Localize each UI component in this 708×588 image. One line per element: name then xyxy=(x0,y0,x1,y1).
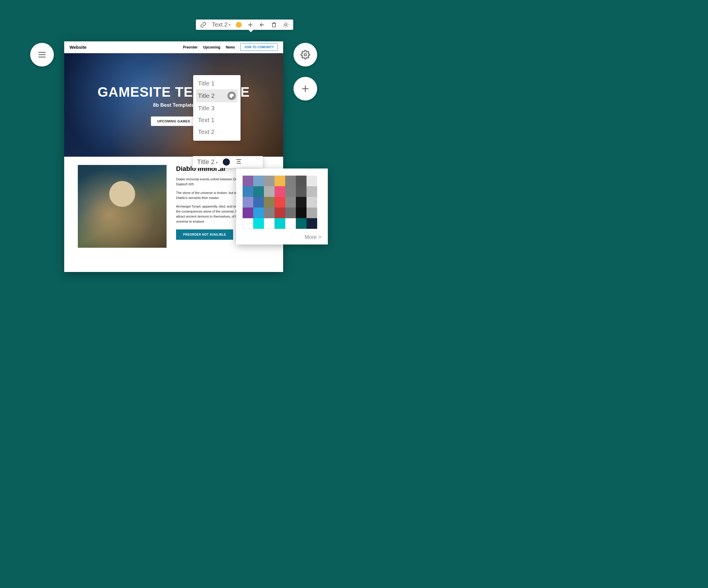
svg-point-1 xyxy=(304,54,306,56)
color-swatch[interactable] xyxy=(296,186,306,197)
color-swatch[interactable] xyxy=(274,197,285,208)
text-style-panel: Title 1 Title 2 Title 3 Text 1 Text 2 xyxy=(193,75,240,141)
plus-icon xyxy=(301,84,310,93)
color-panel: More > xyxy=(236,168,328,245)
site-brand[interactable]: Website xyxy=(69,44,86,50)
more-colors-link[interactable]: More > xyxy=(243,234,321,240)
color-swatch[interactable] xyxy=(285,197,296,208)
svg-point-2 xyxy=(230,95,231,96)
nav-preorder[interactable]: Preorder xyxy=(183,45,198,50)
nav-upcoming[interactable]: Upcoming xyxy=(203,45,220,50)
element-style-dropdown[interactable]: Title 2 ▴ xyxy=(197,158,217,166)
color-swatch[interactable] xyxy=(243,176,253,186)
color-swatch[interactable] xyxy=(253,197,264,208)
palette-icon[interactable] xyxy=(228,92,236,100)
color-swatch[interactable] xyxy=(274,186,285,197)
color-swatch[interactable] xyxy=(306,208,317,218)
top-toolbar: Text 2 ▾ xyxy=(196,20,293,30)
color-swatch[interactable] xyxy=(274,208,285,218)
svg-point-4 xyxy=(232,94,233,95)
color-swatch[interactable] xyxy=(253,218,264,229)
trash-icon[interactable] xyxy=(271,22,277,28)
color-swatches xyxy=(243,176,321,229)
hero-subtitle[interactable]: 8b Best Template xyxy=(153,102,195,108)
chevron-up-icon: ▴ xyxy=(216,160,217,164)
plus-icon[interactable] xyxy=(247,22,254,28)
color-swatch[interactable] xyxy=(264,176,274,186)
color-swatch[interactable] xyxy=(264,197,274,208)
hero-cta-button[interactable]: UPCOMING GAMES xyxy=(151,117,197,126)
element-style-label: Title 2 xyxy=(197,158,214,166)
color-swatch[interactable] xyxy=(306,176,317,186)
color-swatch[interactable] xyxy=(243,186,253,197)
svg-point-0 xyxy=(285,24,287,26)
arrow-left-icon[interactable] xyxy=(259,22,265,28)
text-color-swatch[interactable] xyxy=(236,22,242,28)
color-swatch[interactable] xyxy=(296,208,306,218)
svg-point-3 xyxy=(231,94,232,95)
nav-news[interactable]: News xyxy=(226,45,235,50)
color-swatch[interactable] xyxy=(285,176,296,186)
color-swatch[interactable] xyxy=(296,218,306,229)
link-icon[interactable] xyxy=(200,22,207,28)
color-swatch[interactable] xyxy=(264,208,274,218)
element-color-swatch[interactable] xyxy=(223,158,230,165)
text-style-label: Text 2 xyxy=(212,21,228,28)
settings-button[interactable] xyxy=(294,43,317,66)
color-swatch[interactable] xyxy=(253,208,264,218)
svg-point-5 xyxy=(233,95,233,96)
text-style-dropdown[interactable]: Text 2 ▾ xyxy=(212,21,231,28)
style-option-title-3[interactable]: Title 3 xyxy=(196,102,238,114)
color-swatch[interactable] xyxy=(243,197,253,208)
color-swatch[interactable] xyxy=(296,176,306,186)
color-swatch[interactable] xyxy=(306,218,317,229)
color-swatch[interactable] xyxy=(243,218,253,229)
nav-links: Preorder Upcoming News JOIN TO COMUNITY xyxy=(183,43,278,51)
site-navbar: Website Preorder Upcoming News JOIN TO C… xyxy=(64,41,283,53)
color-swatch[interactable] xyxy=(285,208,296,218)
color-swatch[interactable] xyxy=(285,218,296,229)
add-block-button[interactable] xyxy=(294,77,317,100)
color-swatch[interactable] xyxy=(253,176,264,186)
preorder-button[interactable]: PREORDER NOT AVAILIBLE xyxy=(176,229,233,240)
color-swatch[interactable] xyxy=(306,186,317,197)
hamburger-icon xyxy=(37,50,47,59)
style-option-title-2[interactable]: Title 2 xyxy=(196,89,238,102)
color-swatch[interactable] xyxy=(274,218,285,229)
color-swatch[interactable] xyxy=(274,176,285,186)
color-swatch[interactable] xyxy=(253,186,264,197)
color-swatch[interactable] xyxy=(264,186,274,197)
menu-button[interactable] xyxy=(30,43,54,66)
chevron-down-icon: ▾ xyxy=(229,23,231,27)
style-option-title-1[interactable]: Title 1 xyxy=(196,78,238,89)
article-image[interactable] xyxy=(78,165,167,248)
color-swatch[interactable] xyxy=(285,186,296,197)
style-option-text-2[interactable]: Text 2 xyxy=(196,126,238,138)
color-swatch[interactable] xyxy=(306,197,317,208)
color-swatch[interactable] xyxy=(296,197,306,208)
color-swatch[interactable] xyxy=(243,208,253,218)
hero-section[interactable]: GAMESITE TEMPLATE 8b Best Template UPCOM… xyxy=(64,53,283,157)
element-toolbar: Title 2 ▴ xyxy=(193,156,263,168)
gear-icon xyxy=(301,50,310,59)
color-swatch[interactable] xyxy=(264,218,274,229)
style-option-text-1[interactable]: Text 1 xyxy=(196,114,238,126)
style-option-label: Title 2 xyxy=(198,92,214,99)
sun-icon[interactable] xyxy=(283,22,289,28)
join-button[interactable]: JOIN TO COMUNITY xyxy=(240,43,278,51)
align-center-icon[interactable] xyxy=(235,158,242,166)
